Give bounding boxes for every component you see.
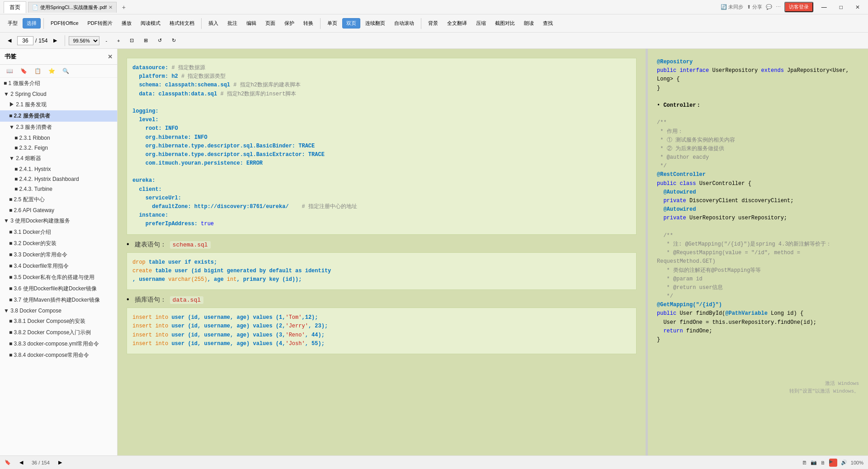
convert-group: PDF转Office PDF转图片 播放 阅读模式 格式转文档 — [47, 18, 198, 28]
toc-item-3-6[interactable]: ■ 3.6 使用Dockerfile构建Docker镜像 — [0, 283, 117, 294]
bookmark-icon: 🔖 — [5, 460, 11, 465]
pdf-tab-label: 使用SpringCl...实战微服务.pdf — [40, 4, 107, 11]
toc-item-2-4-3[interactable]: ■ 2.4.3. Turbine — [0, 184, 117, 194]
page-nav: / 154 — [17, 36, 47, 45]
pdf-to-image-button[interactable]: PDF转图片 — [84, 18, 117, 28]
toc-item-3-8[interactable]: ▼ 3.8 Docker Compose — [0, 306, 117, 316]
zoom-out-button[interactable]: - — [101, 37, 111, 45]
data-filename: data.sql — [170, 296, 203, 304]
annotate-button[interactable]: 批注 — [223, 18, 241, 28]
toc-item-2-3[interactable]: ▼ 2.3 服务消费者 — [0, 122, 117, 133]
toc-item-3-8-1[interactable]: ■ 3.8.1 Docker Compose的安装 — [0, 316, 117, 327]
protect-button[interactable]: 保护 — [280, 18, 298, 28]
tools-group: 背景 全文翻译 压缩 截图对比 朗读 查找 — [424, 18, 557, 28]
edit-button[interactable]: 编辑 — [242, 18, 260, 28]
repository-annotation: @Repository — [657, 59, 693, 65]
toc-item-3-7[interactable]: ■ 3.7 使用Maven插件构建Docker镜像 — [0, 294, 117, 306]
rotate-ccw-button[interactable]: ↺ — [154, 36, 166, 45]
toc-item-2-3-2[interactable]: ■ 2.3.2. Feign — [0, 143, 117, 153]
toc-item-3-4[interactable]: ■ 3.4 Dockerfile常用指令 — [0, 261, 117, 272]
single-page-button[interactable]: 单页 — [323, 18, 341, 28]
continuous-button[interactable]: 连续翻页 — [361, 18, 389, 28]
prev-page-bottom[interactable]: ◀ — [15, 458, 27, 467]
next-page-button[interactable]: ▶ — [49, 36, 61, 45]
full-trans-button[interactable]: 全文翻译 — [443, 18, 471, 28]
toc-item-3-5[interactable]: ■ 3.5 Docker私有仓库的搭建与使用 — [0, 272, 117, 283]
select-tool-button[interactable]: 选择 — [23, 18, 41, 28]
toc-item-3-1[interactable]: ■ 3.1 Docker介绍 — [0, 227, 117, 238]
sidebar-icon-2[interactable]: 🔖 — [18, 66, 30, 76]
window-close-button[interactable]: ✕ — [851, 3, 864, 11]
title-bar: 首页 📄 使用SpringCl...实战微服务.pdf ✕ + 🔄 未同步 ⬆ … — [0, 0, 868, 14]
tab-add-button[interactable]: + — [118, 2, 129, 13]
status-icon-1[interactable]: 🖹 — [802, 460, 807, 465]
play-button[interactable]: 播放 — [118, 18, 136, 28]
prev-page-button[interactable]: ◀ — [4, 36, 15, 45]
convert-button[interactable]: 转换 — [299, 18, 317, 28]
toc-item-2-6[interactable]: ■ 2.6 API Gateway — [0, 205, 117, 215]
sep1 — [43, 18, 44, 29]
pdf-tab-close[interactable]: ✕ — [108, 5, 113, 10]
comment-icon: 💬 — [766, 4, 772, 10]
sep3 — [320, 18, 321, 29]
content-wrapper: datasource: # 指定数据源 platform: h2 # 指定数据源… — [118, 49, 868, 455]
edit-group: 插入 批注 编辑 页面 保护 转换 — [204, 18, 317, 28]
page-input[interactable] — [17, 36, 33, 45]
sidebar-close-icon[interactable]: ✕ — [108, 53, 113, 60]
sep4 — [421, 18, 421, 29]
rotate-cw-button[interactable]: ↻ — [168, 36, 180, 45]
pdf-page-left[interactable]: datasource: # 指定数据源 platform: h2 # 指定数据源… — [118, 49, 646, 455]
toc-item-2-4-1[interactable]: ■ 2.4.1. Hystrix — [0, 164, 117, 174]
bg-button[interactable]: 背景 — [424, 18, 442, 28]
status-icon-2[interactable]: 📷 — [811, 460, 817, 465]
zoom-in-button[interactable]: + — [113, 37, 124, 45]
visitor-login-button[interactable]: 访客登录 — [784, 2, 813, 12]
insert-button[interactable]: 插入 — [204, 18, 222, 28]
fit-width-button[interactable]: ⊞ — [140, 36, 152, 45]
page-button[interactable]: 页面 — [261, 18, 279, 28]
status-bar: 🔖 ◀ 36 / 154 ▶ 🖹 📷 🗎 ▶ 🔊 100% — [0, 455, 868, 469]
double-page-button[interactable]: 双页 — [342, 18, 360, 28]
fit-page-button[interactable]: ⊡ — [126, 36, 138, 45]
toc-item-chapter1[interactable]: ■ 1 微服务介绍 — [0, 78, 117, 89]
toc-item-2-4-2[interactable]: ■ 2.4.2. Hystrix Dashboard — [0, 174, 117, 184]
status-icon-3[interactable]: 🗎 — [821, 460, 826, 465]
tab-pdf[interactable]: 📄 使用SpringCl...实战微服务.pdf ✕ — [28, 2, 117, 13]
toc-item-3-8-3[interactable]: ■ 3.8.3 docker-compose.yml常用命令 — [0, 338, 117, 350]
next-page-bottom[interactable]: ▶ — [54, 458, 66, 467]
toc-item-3-8-4[interactable]: ■ 3.8.4 docker-compose常用命令 — [0, 350, 117, 361]
toc-item-2-3-1[interactable]: ■ 2.3.1 Ribbon — [0, 133, 117, 143]
zoom-select[interactable]: 99.56% — [69, 36, 99, 45]
auto-scroll-button[interactable]: 自动滚动 — [390, 18, 418, 28]
tab-home[interactable]: 首页 — [4, 1, 26, 13]
screenshot-button[interactable]: 截图对比 — [491, 18, 519, 28]
status-icon-5[interactable]: 🔊 — [841, 460, 847, 465]
read-mode-button[interactable]: 阅读模式 — [137, 18, 165, 28]
window-minimize-button[interactable]: — — [817, 3, 831, 11]
compress-button[interactable]: 压缩 — [472, 18, 490, 28]
window-maximize-button[interactable]: □ — [835, 3, 847, 11]
toc-container: ■ 1 微服务介绍 ▼ 2 Spring Cloud ▶ 2.1 服务发现 ■ … — [0, 78, 117, 361]
sidebar-header: 书签 ✕ — [0, 49, 117, 65]
sidebar-icon-5[interactable]: 🔍 — [60, 66, 72, 76]
toc-item-3-2[interactable]: ■ 3.2 Docker的安装 — [0, 238, 117, 249]
toc-item-2-4[interactable]: ▼ 2.4 熔断器 — [0, 153, 117, 164]
sidebar-icon-3[interactable]: 📋 — [32, 66, 44, 76]
search-button[interactable]: 查找 — [539, 18, 557, 28]
status-play-icon[interactable]: ▶ — [829, 459, 837, 467]
toc-item-3-3[interactable]: ■ 3.3 Docker的常用命令 — [0, 249, 117, 261]
toc-item-3-8-2[interactable]: ■ 3.8.2 Docker Compose入门示例 — [0, 327, 117, 338]
sidebar-icon-4[interactable]: ⭐ — [46, 66, 58, 76]
read-button[interactable]: 朗读 — [520, 18, 538, 28]
sidebar-icon-1[interactable]: 📖 — [4, 66, 16, 76]
pdf-to-office-button[interactable]: PDF转Office — [47, 18, 83, 28]
toc-item-chapter3[interactable]: ▼ 3 使用Docker构建微服务 — [0, 215, 117, 227]
pdf-page-right[interactable]: @Repository public interface UserReposit… — [646, 49, 868, 455]
toc-item-chapter2[interactable]: ▼ 2 Spring Cloud — [0, 89, 117, 99]
toc-item-2-2[interactable]: ■ 2.2 服务提供者 — [0, 110, 117, 122]
hand-tool-button[interactable]: 手型 — [4, 18, 22, 28]
toc-item-2-1[interactable]: ▶ 2.1 服务发现 — [0, 99, 117, 110]
format-convert-button[interactable]: 格式转文档 — [165, 18, 198, 28]
toc-item-2-5[interactable]: ■ 2.5 配置中心 — [0, 194, 117, 205]
toolbar: 手型 选择 PDF转Office PDF转图片 播放 阅读模式 格式转文档 插入… — [0, 14, 868, 33]
